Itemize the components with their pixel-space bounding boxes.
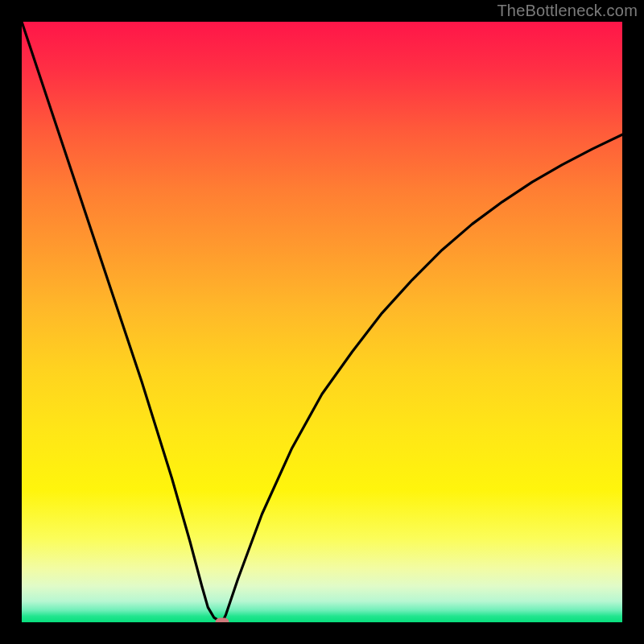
watermark-text: TheBottleneck.com xyxy=(497,2,638,20)
plot-area xyxy=(22,22,622,622)
bottleneck-curve xyxy=(22,22,622,622)
optimal-marker xyxy=(216,618,229,623)
chart-frame: TheBottleneck.com xyxy=(0,0,644,644)
